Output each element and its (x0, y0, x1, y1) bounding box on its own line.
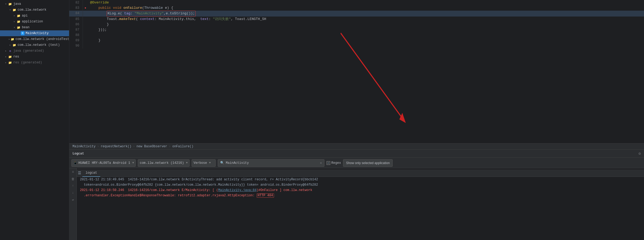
breadcrumb-onfailure[interactable]: onFailure() (172, 145, 193, 148)
param-tag: tag (124, 11, 130, 15)
code-line-82: 82 @Override (69, 0, 644, 5)
log-line-1: 2021-01-12 21:18:49.045 14216-14216/com.… (77, 177, 644, 182)
device-select[interactable]: 📱 HUAWEI HRY-AL00Ta Android 1 ▼ (71, 159, 136, 167)
log-level-select[interactable]: Verbose ▼ (192, 159, 216, 167)
line-num-90: 90 (69, 43, 83, 48)
level-dropdown-arrow: ▼ (209, 161, 211, 164)
breadcrumb-sep-3: › (169, 145, 171, 148)
regex-checkbox-box: ✓ (327, 161, 330, 165)
log-line-2: token=android.os.BinderProxy@64fb282 {co… (77, 182, 644, 188)
project-tree: 📁 java 📁 com.llw.network 📁 api 📁 applica… (0, 0, 69, 240)
tree-label-java: java (13, 2, 21, 6)
tree-item-res[interactable]: 📁 res (0, 54, 69, 60)
code-container[interactable]: 82 @Override 83 ● public void onFailure(… (69, 0, 644, 143)
editor-area: 82 @Override 83 ● public void onFailure(… (69, 0, 644, 240)
tree-arrow-com-llw (9, 8, 12, 11)
tree-label-com-llw: com.llw.network (18, 8, 46, 12)
regex-checkbox[interactable]: ✓ Regex (327, 161, 341, 165)
line-num-82: 82 (69, 0, 83, 5)
code-84: KLog.e( tag: "MainActivity",e.toString()… (88, 11, 644, 17)
folder-icon-androidtest: 📁 (11, 37, 14, 41)
param-context: context (140, 17, 155, 21)
tree-arrow-androidtest (9, 38, 10, 41)
tree-label-androidtest: com.llw.network (androidTest) (15, 37, 69, 41)
line-num-89: 89 (69, 38, 83, 43)
line-num-87: 87 (69, 27, 83, 32)
code-line-88: 88 (69, 32, 644, 38)
search-icon: 🔍 (220, 161, 224, 165)
search-clear-button[interactable]: ✕ (320, 161, 322, 165)
str-fail: "访问失败" (213, 17, 231, 21)
logcat-messages[interactable]: ☰ logcat 2021-01-12 21:18:49.045 14216-1… (77, 168, 644, 240)
tree-item-java-generated[interactable]: ⚙ java (generated) (0, 48, 69, 54)
logcat-panel: Logcat ⚙ 📱 HUAWEI HRY-AL00Ta Android 1 ▼… (69, 149, 644, 240)
filter-tool-button[interactable]: ≡ (70, 169, 76, 175)
fn-onfailure: onFailure (123, 6, 142, 10)
tree-arrow-mainactivity (17, 32, 20, 35)
device-dropdown-arrow: ▼ (132, 161, 134, 164)
scroll-up-button[interactable]: ↑ (70, 183, 76, 189)
tree-arrow-bean (13, 26, 16, 29)
scroll-down-button[interactable]: ↓ (70, 190, 76, 196)
folder-icon-bean: 📁 (17, 25, 21, 30)
tree-item-com-llw-network[interactable]: 📁 com.llw.network (0, 7, 69, 13)
tree-item-application[interactable]: 📁 application (0, 19, 69, 25)
code-89: } (88, 38, 644, 43)
search-value: MainActivity (226, 161, 318, 165)
folder-icon-api: 📁 (17, 14, 21, 18)
tree-item-test[interactable]: 📁 com.llw.network (test) (0, 42, 69, 48)
clear-logcat-button[interactable]: 🗑 (70, 176, 76, 182)
tree-arrow-res (4, 55, 7, 58)
breadcrumb-sep-1: › (97, 145, 99, 148)
code-line-84: 84 KLog.e( tag: "MainActivity",e.toStrin… (69, 11, 644, 17)
code-line-86: 86 } (69, 22, 644, 27)
show-only-selected-button[interactable]: Show only selected application (343, 159, 393, 167)
wrap-text-button[interactable]: ⇌ (70, 197, 76, 202)
package-label: com.llw.network (14216) (140, 161, 184, 165)
code-line-90: 90 (69, 43, 644, 48)
log-line-3: 2021-01-12 21:18:50.246 14216-14216/com.… (77, 188, 644, 193)
line-num-85: 85 (69, 17, 83, 22)
logcat-side-tools: ≡ 🗑 ↑ ↓ ⇌ (69, 168, 77, 240)
code-table: 82 @Override 83 ● public void onFailure(… (69, 0, 644, 48)
log-link-mainactivity[interactable]: MainActivity.java:84 (218, 188, 256, 192)
folder-icon-res: 📁 (8, 55, 12, 59)
breadcrumb-requestnetwork[interactable]: requestNetwork() (101, 145, 131, 148)
package-select[interactable]: com.llw.network (14216) ▼ (138, 159, 190, 167)
tree-arrow-test (9, 43, 12, 47)
breadcrumb-baseobserver[interactable]: new BaseObserver (136, 145, 167, 148)
kw-void: void (113, 6, 121, 10)
line-num-84: 84 (69, 11, 83, 17)
tree-item-mainactivity[interactable]: C MainActivity (0, 30, 69, 36)
gutter-83-breakpoint: ● (83, 5, 88, 11)
logcat-title: Logcat (73, 152, 84, 156)
logcat-tabs-strip: ☰ logcat (77, 169, 644, 177)
tree-item-bean[interactable]: 📁 bean (0, 25, 69, 30)
gutter-89 (83, 38, 88, 43)
log-line-4: .errorhandler.ExceptionHandle$ResponseTh… (77, 193, 644, 198)
kw-public: public (98, 6, 111, 10)
logcat-tab[interactable]: logcat (82, 169, 100, 177)
java-gen-icon: ⚙ (8, 49, 12, 53)
gear-icon[interactable]: ⚙ (639, 151, 641, 156)
tree-item-res-generated[interactable]: 📁 res (generated) (0, 60, 69, 66)
code-86: } (88, 22, 644, 27)
code-line-89: 89 } (69, 38, 644, 43)
search-box[interactable]: 🔍 MainActivity ✕ (218, 159, 324, 167)
tree-item-androidtest[interactable]: 📁 com.llw.network (androidTest) (0, 36, 69, 42)
tree-label-test: com.llw.network (test) (18, 43, 60, 47)
code-82: @Override (88, 0, 644, 5)
folder-icon-application: 📁 (17, 19, 21, 24)
gutter-87 (83, 27, 88, 32)
code-line-87: 87 })); (69, 27, 644, 32)
breadcrumb-mainactivity[interactable]: MainActivity (73, 145, 95, 148)
folder-icon-res-gen: 📁 (8, 60, 12, 65)
tree-item-api[interactable]: 📁 api (0, 13, 69, 19)
line-num-88: 88 (69, 32, 83, 38)
fn-maketext: makeText (119, 17, 136, 21)
logcat-header: Logcat ⚙ (69, 150, 644, 158)
code-88 (88, 32, 644, 38)
tree-arrow-api (13, 14, 16, 17)
line-num-83: 83 (69, 5, 83, 11)
tree-item-java[interactable]: 📁 java (0, 1, 69, 7)
